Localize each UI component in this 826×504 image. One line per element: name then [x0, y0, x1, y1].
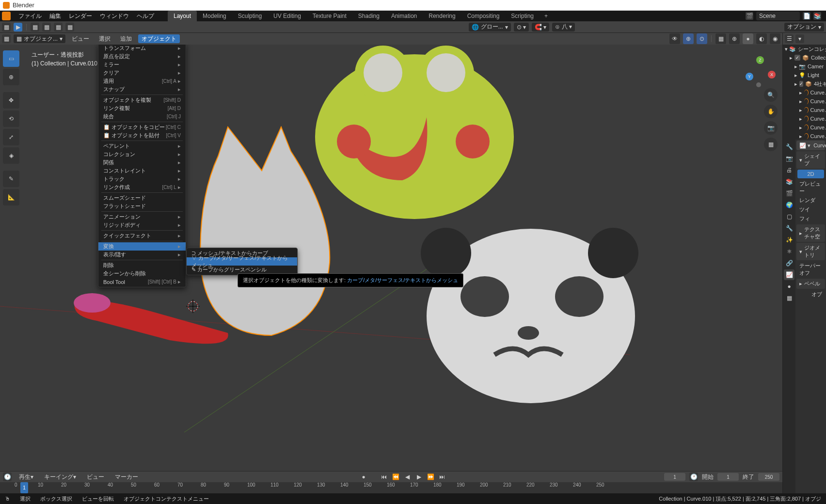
menu-item-オブジェクトをコピー[interactable]: 📋 オブジェクトをコピー[Ctrl] C — [98, 123, 186, 131]
tab-rendering[interactable]: Rendering — [423, 11, 461, 21]
prop-tab-render[interactable]: 📷 — [784, 153, 794, 164]
tab-layout[interactable]: Layout — [168, 11, 197, 21]
outliner-item[interactable]: ▸ Curve. — [783, 106, 826, 114]
outliner-item[interactable]: ▸ 📦 4社キ — [783, 79, 826, 88]
outliner-item[interactable]: ▸ Curve. — [783, 123, 826, 132]
menu-item-スムーズシェード[interactable]: スムーズシェード — [98, 194, 186, 202]
prop-tab-particle[interactable]: ✨ — [784, 235, 794, 245]
submenu-item-mesh[interactable]: ▽ カーブ/メタ/サーフェス/テキストからメッシュ — [187, 257, 297, 266]
menu-item-ペアレント[interactable]: ペアレント▸ — [98, 142, 186, 150]
zoom-button[interactable]: 🔍 — [764, 88, 778, 102]
prop-tab-tool[interactable]: 🔧 — [784, 142, 794, 152]
tab-texture-paint[interactable]: Texture Paint — [307, 11, 352, 21]
outliner-item[interactable]: ▸ 💡 Light — [783, 71, 826, 79]
menu-item-オブジェクトを複製[interactable]: オブジェクトを複製[Shift] D — [98, 96, 186, 104]
outliner-item[interactable]: ▸ 📦 Collec — [783, 53, 826, 62]
menu-item-削除[interactable]: 削除 — [98, 261, 186, 269]
menu-edit[interactable]: 編集 — [46, 12, 65, 20]
menu-item-クイックエフェクト[interactable]: クイックエフェクト▸ — [98, 232, 186, 240]
editor-type-dropdown[interactable]: ▦ — [2, 34, 11, 43]
tl-menu-marker[interactable]: マーカー — [111, 472, 142, 481]
vp-menu-object[interactable]: オブジェクト — [138, 34, 180, 43]
menu-item-クリア[interactable]: クリア▸ — [98, 69, 186, 77]
jump-start-button[interactable]: ⏮ — [380, 473, 388, 481]
menu-item-関係[interactable]: 関係▸ — [98, 158, 186, 167]
menu-item-ミラー[interactable]: ミラー▸ — [98, 61, 186, 69]
prop-tab-material[interactable]: ● — [784, 281, 794, 292]
menu-item-Bool Tool[interactable]: Bool Tool[Shift] [Ctrl] B ▸ — [98, 278, 186, 286]
tool-scale[interactable]: ⤢ — [3, 129, 19, 145]
menu-item-変換[interactable]: 変換▸ — [98, 242, 186, 251]
frame-clock-icon[interactable]: 🕐 — [689, 472, 698, 481]
tool-transform[interactable]: ◈ — [3, 147, 19, 164]
start-frame-field[interactable]: 1 — [717, 473, 739, 481]
vp-menu-select[interactable]: 選択 — [95, 34, 114, 43]
menu-item-適用[interactable]: 適用[Ctrl] A ▸ — [98, 77, 186, 85]
snap-toggle[interactable]: 🧲 ▾ — [532, 23, 549, 32]
menu-item-原点を設定[interactable]: 原点を設定▸ — [98, 52, 186, 61]
timeline-ruler[interactable]: 1 01020304050607080901001101201301401501… — [0, 482, 782, 493]
overlay-toggle[interactable]: ⊙ — [697, 33, 707, 44]
timeline-editor-icon[interactable]: 🕐 — [3, 472, 12, 481]
select-mode-3[interactable]: ▦ — [54, 23, 63, 32]
prop-tab-scene[interactable]: 🎬 — [784, 188, 794, 199]
proportional-edit[interactable]: ⊙ 八 ▾ — [552, 23, 575, 32]
prop-tab-world[interactable]: 🌍 — [784, 200, 794, 210]
outliner-item[interactable]: ▸ 📷 Camer — [783, 62, 826, 71]
prop-tab-physics[interactable]: ⚛ — [784, 246, 794, 257]
vp-menu-view[interactable]: ビュー — [68, 34, 93, 43]
tab-scripting[interactable]: Scripting — [505, 11, 540, 21]
jump-end-button[interactable]: ⏭ — [438, 473, 446, 481]
outliner-editor-icon[interactable]: ☰ — [785, 34, 794, 43]
prop-tab-texture[interactable]: ▦ — [784, 293, 794, 303]
panel-shape[interactable]: ▾ シェイプ — [796, 151, 825, 169]
tool-move[interactable]: ✥ — [3, 92, 19, 109]
prop-tab-viewlayer[interactable]: 📚 — [784, 176, 794, 187]
prop-tab-modifier[interactable]: 🔧 — [784, 223, 794, 234]
tl-menu-playback[interactable]: 再生 ▾ — [16, 472, 37, 481]
tl-menu-view[interactable]: ビュー — [83, 472, 108, 481]
menu-item-スナップ[interactable]: スナップ▸ — [98, 85, 186, 94]
tool-cursor[interactable]: ⊕ — [3, 69, 19, 85]
outliner-item[interactable]: ▸ Curve. — [783, 114, 826, 123]
options-dropdown[interactable]: オプション ▾ — [784, 23, 824, 32]
keyframe-next-button[interactable]: ⏩ — [427, 473, 434, 481]
play-button[interactable]: ▶ — [415, 473, 423, 481]
tab-shading[interactable]: Shading — [352, 11, 385, 21]
outliner-item[interactable]: ▸ Curve. — [783, 97, 826, 106]
editor-type-icon[interactable]: ▦ — [2, 23, 11, 32]
playhead[interactable]: 1 — [20, 482, 28, 493]
gizmo-toggle[interactable]: ⊕ — [683, 33, 694, 44]
shade-wireframe[interactable]: ⊕ — [729, 33, 740, 44]
cursor-tool-button[interactable]: ▶ — [14, 23, 22, 32]
outliner-filter-icon[interactable]: ▾ — [795, 34, 804, 43]
select-mode-1[interactable]: ▦ — [31, 23, 39, 32]
autokeying-toggle[interactable]: ● — [360, 473, 367, 481]
menu-item-コレクション[interactable]: コレクション▸ — [98, 150, 186, 158]
menu-file[interactable]: ファイル — [15, 12, 46, 20]
menu-item-統合[interactable]: 統合[Ctrl] J — [98, 112, 186, 121]
property-breadcrumb[interactable]: 📈 ▾ Curve.0 — [796, 141, 825, 150]
menu-help[interactable]: ヘルプ — [133, 12, 158, 20]
outliner-item[interactable]: ▸ Curve. — [783, 88, 826, 97]
menu-item-トラック[interactable]: トラック▸ — [98, 175, 186, 183]
outliner-item[interactable]: ▸ Curve. — [783, 132, 826, 140]
pivot-dropdown[interactable]: ⊙ ▾ — [514, 23, 529, 32]
shade-material[interactable]: ◐ — [756, 33, 767, 44]
blender-logo-icon[interactable] — [2, 12, 11, 20]
menu-item-リジッドボディ[interactable]: リジッドボディ▸ — [98, 221, 186, 229]
3d-viewport[interactable]: ▭ ⊕ ✥ ⟲ ⤢ ◈ ✎ 📐 ユーザー・透視投影 (1) Collection… — [0, 45, 782, 471]
tool-select-box[interactable]: ▭ — [3, 50, 19, 67]
xray-toggle[interactable]: ▦ — [715, 33, 726, 44]
menu-item-リンク作成[interactable]: リンク作成[Ctrl] L ▸ — [98, 183, 186, 191]
camera-view-button[interactable]: 📷 — [764, 121, 778, 135]
tab-uv-editing[interactable]: UV Editing — [268, 11, 307, 21]
axis-y[interactable]: Y — [746, 73, 753, 80]
panel-bevel[interactable]: ▸ ベベル — [796, 279, 825, 289]
keyframe-prev-button[interactable]: ⏪ — [392, 473, 399, 481]
tab-sculpting[interactable]: Sculpting — [232, 11, 268, 21]
pan-button[interactable]: ✋ — [764, 105, 778, 118]
menu-item-トランスフォーム[interactable]: トランスフォーム▸ — [98, 45, 186, 52]
shade-solid[interactable]: ● — [743, 33, 753, 44]
orientation-dropdown[interactable]: 🌐 グロー... ▾ — [469, 23, 511, 32]
